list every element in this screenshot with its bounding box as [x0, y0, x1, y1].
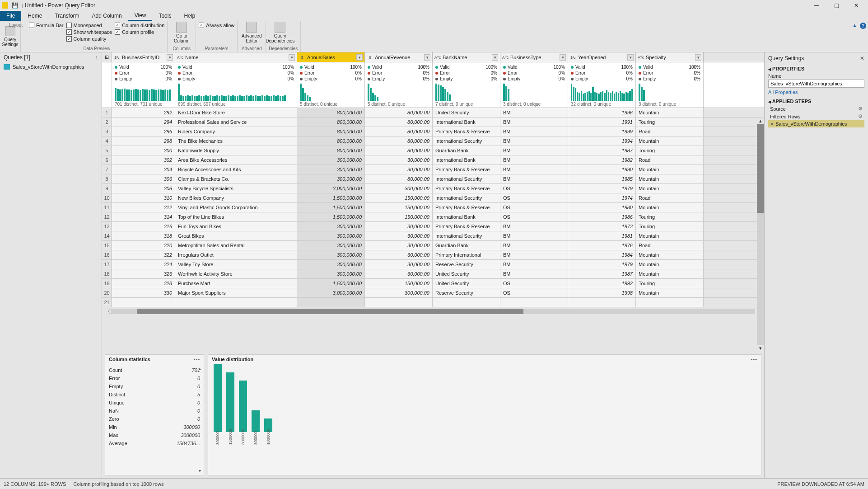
- table-cell[interactable]: Reserve Security: [433, 288, 500, 297]
- table-cell[interactable]: 1,500,000.00: [297, 193, 365, 202]
- chevron-down-icon[interactable]: ▾: [289, 54, 295, 61]
- maximize-button[interactable]: ▢: [826, 2, 846, 9]
- table-cell[interactable]: Mountain: [636, 165, 704, 174]
- table-row[interactable]: 7304Bicycle Accessories and Kits300,000.…: [102, 165, 764, 174]
- table-cell[interactable]: 1,500,000.00: [297, 203, 365, 212]
- chevron-down-icon[interactable]: ▾: [560, 54, 566, 61]
- scroll-up-icon[interactable]: ▴: [196, 366, 203, 371]
- table-cell[interactable]: BM: [500, 231, 568, 240]
- table-row[interactable]: 5300Nationwide Supply800,000.0080,000.00…: [102, 146, 764, 155]
- table-cell[interactable]: 30,000.00: [365, 231, 433, 240]
- go-to-column-button[interactable]: Go to Column: [170, 22, 193, 43]
- table-cell[interactable]: [112, 298, 175, 307]
- stats-scrollbar[interactable]: ▴ ▾: [196, 366, 203, 473]
- table-cell[interactable]: 1976: [568, 241, 636, 250]
- data-type-icon[interactable]: Aᴮc: [502, 54, 509, 61]
- table-cell[interactable]: Area Bike Accessories: [175, 155, 297, 165]
- help-icon[interactable]: ?: [860, 23, 866, 29]
- applied-step[interactable]: Filtered Rows⚙: [768, 113, 864, 120]
- menu-file[interactable]: File: [0, 11, 21, 21]
- table-cell[interactable]: 300,000.00: [297, 222, 365, 231]
- table-cell[interactable]: OS: [500, 279, 568, 288]
- column-header[interactable]: AᴮcName▾: [175, 52, 297, 62]
- table-cell[interactable]: 296: [112, 127, 175, 136]
- minimize-button[interactable]: —: [807, 2, 826, 9]
- table-row[interactable]: 3296Riders Company800,000.0080,000.00Pri…: [102, 127, 764, 136]
- table-cell[interactable]: BM: [500, 118, 568, 127]
- table-cell[interactable]: 1,500,000.00: [297, 279, 365, 288]
- table-cell[interactable]: 30,000.00: [365, 260, 433, 269]
- table-cell[interactable]: International Security: [433, 193, 500, 202]
- table-cell[interactable]: 302: [112, 155, 175, 165]
- table-cell[interactable]: 1999: [568, 127, 636, 136]
- table-cell[interactable]: 318: [112, 231, 175, 240]
- table-cell[interactable]: Road: [636, 155, 704, 165]
- table-cell[interactable]: Purchase Mart: [175, 279, 297, 288]
- chevron-down-icon[interactable]: ▾: [424, 54, 430, 61]
- table-cell[interactable]: 300: [112, 146, 175, 155]
- query-dependencies-button[interactable]: Query Dependencies: [269, 22, 291, 43]
- table-cell[interactable]: 1996: [568, 108, 636, 117]
- table-cell[interactable]: Touring: [636, 146, 704, 155]
- table-cell[interactable]: Touring: [636, 222, 704, 231]
- table-cell[interactable]: 1991: [568, 118, 636, 127]
- vertical-scrollbar[interactable]: ▴ ▾: [757, 118, 764, 352]
- table-cell[interactable]: 3,000,000.00: [297, 288, 365, 297]
- table-cell[interactable]: New Bikes Company: [175, 193, 297, 202]
- table-cell[interactable]: 800,000.00: [297, 146, 365, 155]
- save-icon[interactable]: 💾: [12, 2, 18, 9]
- table-cell[interactable]: BM: [500, 136, 568, 146]
- table-cell[interactable]: 314: [112, 212, 175, 221]
- table-row[interactable]: 20330Major Sport Suppliers3,000,000.0030…: [102, 288, 764, 298]
- table-row[interactable]: 14318Great Bikes 300,000.0030,000.00Inte…: [102, 231, 764, 241]
- value-distribution-more-icon[interactable]: •••: [751, 357, 757, 362]
- table-cell[interactable]: 300,000.00: [297, 260, 365, 269]
- column-header[interactable]: AᴮcSpecialty▾: [636, 52, 704, 62]
- table-cell[interactable]: 30,000.00: [365, 241, 433, 250]
- table-cell[interactable]: BM: [500, 127, 568, 136]
- chk-always-allow[interactable]: ✓Always allow: [199, 23, 234, 28]
- table-row[interactable]: 1292Next-Door Bike Store800,000.0080,000…: [102, 108, 764, 118]
- table-cell[interactable]: 800,000.00: [297, 127, 365, 136]
- table-cell[interactable]: BM: [500, 269, 568, 278]
- chk-show-whitespace[interactable]: ✓Show whitespace: [66, 29, 112, 35]
- table-cell[interactable]: 80,000.00: [365, 146, 433, 155]
- table-cell[interactable]: OS: [500, 193, 568, 202]
- table-cell[interactable]: BM: [500, 260, 568, 269]
- table-cell[interactable]: Mountain: [636, 260, 704, 269]
- table-cell[interactable]: 1979: [568, 260, 636, 269]
- table-cell[interactable]: 3,000,000.00: [297, 184, 365, 193]
- table-cell[interactable]: International Bank: [433, 155, 500, 165]
- table-cell[interactable]: BM: [500, 108, 568, 117]
- column-header[interactable]: 1²₃BusinessEntityID▾: [112, 52, 175, 62]
- table-cell[interactable]: [636, 298, 704, 307]
- chk-monospaced[interactable]: Monospaced: [66, 23, 112, 28]
- table-cell[interactable]: [433, 298, 500, 307]
- table-cell[interactable]: 1998: [568, 288, 636, 297]
- table-cell[interactable]: 328: [112, 279, 175, 288]
- table-cell[interactable]: 30,000.00: [365, 155, 433, 165]
- table-cell[interactable]: International Security: [433, 231, 500, 240]
- table-cell[interactable]: 80,000.00: [365, 118, 433, 127]
- table-cell[interactable]: 322: [112, 250, 175, 259]
- table-cell[interactable]: 312: [112, 203, 175, 212]
- table-cell[interactable]: 1982: [568, 155, 636, 165]
- table-cell[interactable]: Mountain: [636, 250, 704, 259]
- query-item[interactable]: Sales_vStoreWithDemographics: [0, 62, 102, 71]
- table-cell[interactable]: 80,000.00: [365, 127, 433, 136]
- table-cell[interactable]: 1985: [568, 174, 636, 183]
- table-cell[interactable]: 1986: [568, 212, 636, 221]
- table-cell[interactable]: Next-Door Bike Store: [175, 108, 297, 117]
- menu-tools[interactable]: Tools: [152, 11, 177, 21]
- column-header[interactable]: AᴮcBankName▾: [433, 52, 500, 62]
- table-cell[interactable]: Great Bikes: [175, 231, 297, 240]
- data-type-icon[interactable]: Aᴮc: [638, 54, 644, 61]
- scroll-down-icon[interactable]: ▾: [196, 468, 203, 473]
- table-cell[interactable]: United Security: [433, 108, 500, 117]
- applied-step[interactable]: ✕Sales_vStoreWithDemographics: [768, 120, 864, 127]
- table-cell[interactable]: Primary Bank & Reserve: [433, 165, 500, 174]
- table-cell[interactable]: [500, 298, 568, 307]
- menu-view[interactable]: View: [128, 11, 153, 21]
- table-cell[interactable]: 300,000.00: [297, 165, 365, 174]
- table-cell[interactable]: Primary International: [433, 250, 500, 259]
